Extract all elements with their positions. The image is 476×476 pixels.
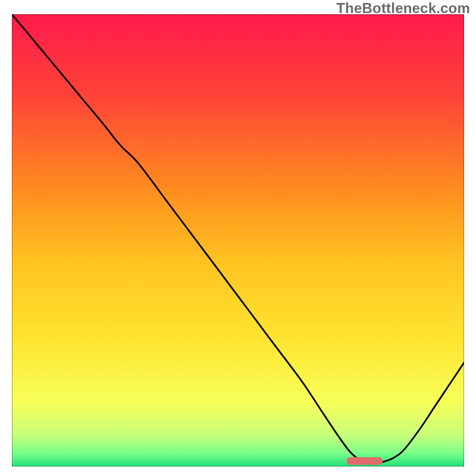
chart-container: TheBottleneck.com (0, 0, 476, 476)
gradient-background (12, 14, 464, 466)
bottleneck-chart (12, 14, 464, 466)
optimal-range-marker (346, 457, 383, 465)
